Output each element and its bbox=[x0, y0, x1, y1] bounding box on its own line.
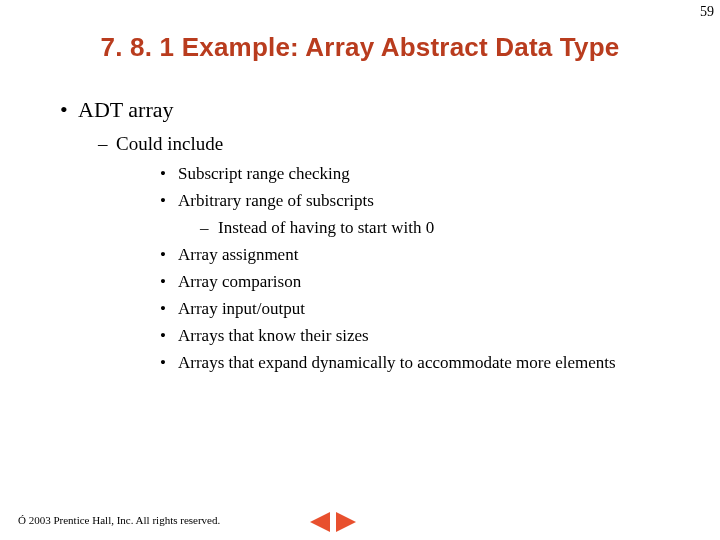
bullet-lvl3: •Arbitrary range of subscripts bbox=[160, 190, 720, 213]
dash-icon: – bbox=[200, 217, 218, 240]
nav-arrows bbox=[310, 512, 356, 532]
bullet-lvl3-text: Array assignment bbox=[178, 245, 298, 264]
bullet-dot-icon: • bbox=[160, 163, 178, 186]
bullet-lvl1: •ADT array bbox=[60, 97, 720, 123]
bullet-dot-icon: • bbox=[160, 271, 178, 294]
bullet-lvl3: •Array assignment bbox=[160, 244, 720, 267]
bullet-dot-icon: • bbox=[60, 97, 78, 123]
bullet-lvl3: •Subscript range checking bbox=[160, 163, 720, 186]
bullet-lvl2: –Could include bbox=[98, 133, 720, 155]
bullet-lvl4: –Instead of having to start with 0 bbox=[200, 217, 720, 240]
bullet-dot-icon: • bbox=[160, 352, 178, 375]
bullet-lvl3-text: Subscript range checking bbox=[178, 164, 350, 183]
bullet-lvl3-text: Arrays that expand dynamically to accomm… bbox=[178, 353, 616, 372]
bullet-lvl3: •Arrays that know their sizes bbox=[160, 325, 720, 348]
copyright-text: 2003 Prentice Hall, Inc. All rights rese… bbox=[29, 514, 221, 526]
bullet-lvl3-text: Arbitrary range of subscripts bbox=[178, 191, 374, 210]
bullet-dot-icon: • bbox=[160, 244, 178, 267]
dash-icon: – bbox=[98, 133, 116, 155]
copyright-icon: Ó bbox=[18, 514, 26, 526]
bullet-dot-icon: • bbox=[160, 325, 178, 348]
slide-title: 7. 8. 1 Example: Array Abstract Data Typ… bbox=[0, 32, 720, 63]
bullet-dot-icon: • bbox=[160, 190, 178, 213]
bullet-lvl3: •Array input/output bbox=[160, 298, 720, 321]
bullet-lvl3-text: Array input/output bbox=[178, 299, 305, 318]
copyright-line: Ó 2003 Prentice Hall, Inc. All rights re… bbox=[18, 514, 220, 526]
bullet-lvl3-text: Arrays that know their sizes bbox=[178, 326, 369, 345]
bullet-lvl1-text: ADT array bbox=[78, 97, 174, 122]
slide-content: •ADT array –Could include •Subscript ran… bbox=[60, 97, 720, 375]
page-number: 59 bbox=[700, 4, 714, 20]
next-slide-icon[interactable] bbox=[336, 512, 356, 532]
bullet-lvl2-text: Could include bbox=[116, 133, 223, 154]
bullet-lvl3: •Array comparison bbox=[160, 271, 720, 294]
bullet-dot-icon: • bbox=[160, 298, 178, 321]
prev-slide-icon[interactable] bbox=[310, 512, 330, 532]
bullet-lvl4-text: Instead of having to start with 0 bbox=[218, 218, 434, 237]
bullet-lvl3-text: Array comparison bbox=[178, 272, 301, 291]
bullet-lvl3: •Arrays that expand dynamically to accom… bbox=[160, 352, 720, 375]
